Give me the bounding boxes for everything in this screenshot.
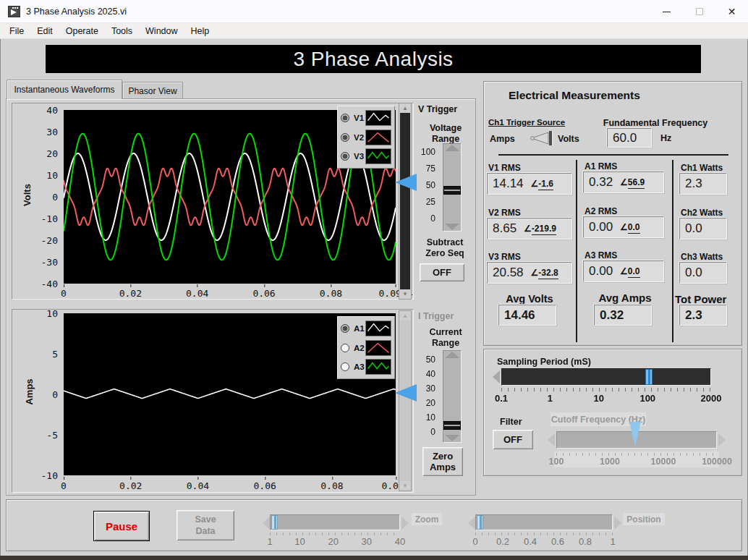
tick-label: 2000 — [701, 393, 722, 404]
sampling-panel: Sampling Period (mS) 0.11101002000 Filte… — [483, 349, 742, 476]
close-icon: ✕ — [728, 6, 736, 17]
trigger-source-amps-option[interactable]: Amps — [490, 134, 515, 144]
v3-rms-label: V3 RMS — [488, 252, 521, 262]
avg-amps-label: Avg Amps — [591, 292, 659, 304]
position-increment-icon[interactable] — [614, 517, 621, 530]
cutoff-decrement-icon — [548, 433, 555, 446]
tick-label: 0.4 — [524, 536, 537, 547]
frequency-unit-label: Hz — [660, 133, 671, 143]
ch1-trigger-source-label: Ch1 Trigger Source — [488, 118, 565, 127]
minimize-icon — [663, 12, 671, 12]
tab-instantaneous-waveforms[interactable]: Instantaneous Waveforms — [7, 80, 122, 99]
tick-label: 30 — [362, 536, 372, 547]
v3-rms-display: 20.58 ∠-32.8 — [487, 262, 572, 284]
ch1-watts-label: Ch1 Watts — [681, 163, 723, 173]
pause-button[interactable]: Pause — [93, 511, 150, 541]
tot-power-display: 2.3 — [679, 305, 727, 326]
zoom-handle[interactable] — [271, 515, 278, 530]
zoom-ruler — [270, 533, 400, 535]
window-title: 3 Phase Analysis 2025.vi — [26, 7, 127, 17]
window-bottom-edge — [0, 556, 748, 560]
save-data-button[interactable]: Save Data — [177, 510, 234, 540]
ch2-watts-label: Ch2 Watts — [681, 208, 723, 218]
tick-label: 0.1 — [495, 393, 508, 404]
filter-button[interactable]: OFF — [493, 430, 533, 449]
zoom-increment-icon[interactable] — [401, 517, 409, 530]
zoom-scale: 110203040 — [270, 536, 400, 546]
column-divider — [672, 160, 673, 342]
a1-rms-display: 0.32 ∠56.9 — [583, 171, 664, 193]
avg-volts-label: Avg Volts — [498, 293, 561, 305]
electrical-measurements-panel: Electrical Measurements Ch1 Trigger Sour… — [483, 81, 742, 346]
maximize-icon — [696, 8, 703, 15]
zoom-label: Zoom — [412, 513, 442, 525]
banner: 3 Phase Analysis — [46, 45, 701, 73]
sampling-period-slider[interactable] — [501, 368, 711, 386]
a1-rms-label: A1 RMS — [585, 161, 617, 171]
tick-label: 40 — [395, 536, 405, 547]
tick-label: 1 — [548, 393, 553, 404]
menu-file[interactable]: File — [3, 23, 30, 38]
tick-label: 100 — [549, 457, 564, 467]
avg-volts-display: 14.46 — [498, 305, 556, 326]
title-bar: 3 Phase Analysis 2025.vi ✕ — [0, 0, 748, 23]
menu-bar: File Edit Operate Tools Window Help — [0, 23, 748, 39]
ch3-watts-display: 0.0 — [679, 262, 727, 284]
measurements-title: Electrical Measurements — [509, 89, 640, 102]
tick-label: 0.8 — [579, 536, 592, 547]
a3-rms-display: 0.00 ∠0.0 — [583, 260, 664, 282]
menu-tools[interactable]: Tools — [105, 23, 139, 38]
tick-label: 1000 — [600, 457, 620, 467]
tab-page-frame — [6, 98, 476, 496]
menu-window[interactable]: Window — [139, 23, 184, 38]
tick-label: 0 — [472, 536, 477, 547]
angle-icon: ∠ — [620, 222, 628, 232]
tab-phasor-view[interactable]: Phasor View — [122, 82, 183, 99]
sampling-period-handle[interactable] — [645, 369, 653, 385]
tick-label: 10 — [294, 536, 305, 547]
sampling-decrement-icon[interactable] — [493, 370, 500, 383]
tick-label: 1 — [267, 536, 272, 547]
sampling-period-label: Sampling Period (mS) — [497, 357, 591, 367]
filter-label: Filter — [500, 417, 522, 427]
sampling-scale: 0.11101002000 — [501, 393, 711, 404]
column-divider — [576, 160, 577, 342]
tick-label: 1 — [610, 536, 615, 547]
footer-bar: Pause Save Data 110203040 Zoom 00.20.40.… — [6, 499, 742, 551]
trigger-source-switch[interactable] — [529, 130, 555, 146]
position-scale: 00.20.40.60.81 — [475, 536, 613, 546]
v2-rms-label: V2 RMS — [488, 208, 521, 218]
position-handle[interactable] — [477, 515, 483, 530]
position-decrement-icon[interactable] — [468, 517, 475, 530]
menu-help[interactable]: Help — [184, 23, 216, 38]
ch1-watts-display: 2.3 — [679, 173, 727, 195]
maximize-button[interactable] — [683, 0, 715, 23]
zoom-slider[interactable] — [270, 514, 400, 530]
tot-power-label: Tot Power — [675, 293, 740, 305]
angle-icon: ∠ — [620, 177, 628, 187]
angle-icon: ∠ — [531, 179, 539, 189]
separator-line — [498, 154, 728, 156]
angle-icon: ∠ — [524, 224, 532, 234]
fundamental-frequency-label: Fundamental Frequency — [594, 118, 717, 128]
menu-operate[interactable]: Operate — [59, 23, 105, 38]
cutoff-scale: 100100010000100000 — [556, 457, 717, 467]
zoom-decrement-icon[interactable] — [263, 517, 270, 530]
position-slider[interactable] — [475, 514, 613, 530]
sampling-ruler — [501, 388, 711, 391]
fundamental-frequency-display: 60.0 — [607, 128, 652, 148]
cutoff-ruler — [556, 453, 717, 456]
close-button[interactable]: ✕ — [715, 0, 748, 23]
a3-rms-label: A3 RMS — [585, 250, 617, 260]
v2-rms-display: 8.65 ∠-219.9 — [487, 218, 572, 239]
menu-edit[interactable]: Edit — [30, 23, 59, 38]
ch2-watts-display: 0.0 — [679, 218, 727, 239]
cutoff-increment-icon — [718, 433, 726, 446]
minimize-button[interactable] — [650, 0, 683, 23]
tick-label: 20 — [328, 536, 338, 547]
labview-app-icon — [8, 6, 20, 17]
ch3-watts-label: Ch3 Watts — [681, 252, 723, 262]
trigger-source-volts-option[interactable]: Volts — [558, 134, 579, 144]
avg-amps-display: 0.32 — [594, 305, 652, 326]
position-ruler — [475, 533, 613, 535]
